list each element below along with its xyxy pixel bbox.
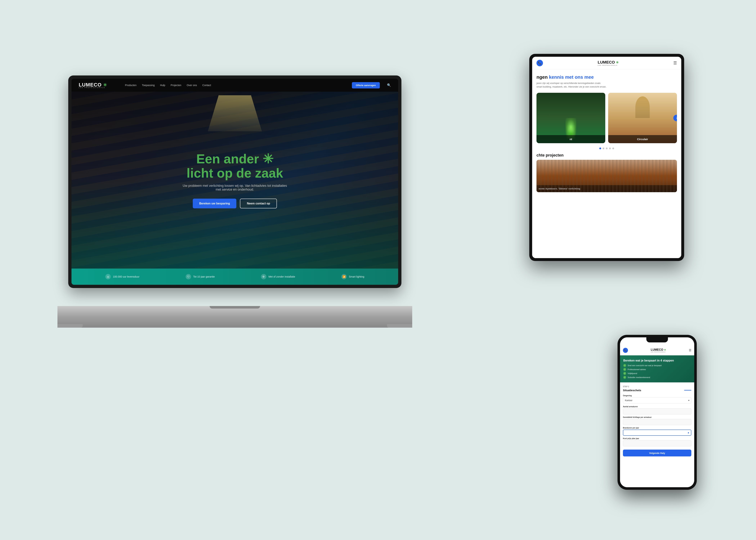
phone-logo-star: ✳ [664,348,666,351]
phone-form-title: Situatieschets [623,389,692,392]
phone-frame: 📞 LUMECO ✳ LED PROFESSIONALS ☰ Bereken w… [617,335,697,490]
phone-green-section: Bereken wat je bespaart in 4 stappen ✓ S… [620,355,694,382]
hero-title: Een ander ✳ licht op de zaak [104,152,365,180]
phone-device: 📞 LUMECO ✳ LED PROFESSIONALS ☰ Bereken w… [617,335,697,490]
dot-1[interactable] [599,148,601,149]
tablet-title-highlight: kennis met ons mee [549,74,594,80]
feature-installatie: ⚙ Met of zonder installatie [261,274,295,279]
check-label-4: Subsidie meeberekenend [628,376,650,378]
nav-link-contact[interactable]: Contact [202,84,211,87]
phone-select-value: Kantoor [625,399,632,402]
phone-phone-icon[interactable]: 📞 [623,348,628,353]
smart-icon: 📶 [341,274,347,279]
laptop-nav: LUMECO ✳ LED PROFESSIONALS Producten Toe… [71,79,398,92]
hero-content: Een ander ✳ licht op de zaak Uw probleem… [104,152,365,208]
feature-smart: 📶 Smart lighting [341,274,364,279]
check-icon-4: ✓ [623,376,626,379]
branduren-icon: ● [688,431,689,434]
dot-4[interactable] [609,148,611,149]
tablet-projects-title: chte projecten [537,153,677,158]
check-item-4: ✓ Subsidie meeberekenend [623,376,691,379]
check-label-3: Vrijblijvend [628,372,637,374]
phone-checklist: ✓ Snel een overzicht van wat je bespaart… [623,364,691,379]
tablet-content: ngen kennis met ons mee jaren zijn wij v… [532,69,681,258]
installatie-label: Met of zonder installatie [269,275,295,278]
phone-select-omgeving[interactable]: Kantoor ▾ [623,397,692,403]
smart-label: Smart lighting [349,275,364,278]
phone-input-kosten[interactable] [623,440,692,446]
laptop-footer-bar: ◎ 100.000 uur levensduur 🛡 Tot 10 jaar g… [71,269,398,285]
check-label-2: Professioneel advies [628,368,646,370]
dot-5[interactable] [612,148,614,149]
tablet-card-1: nt [537,93,605,143]
dot-3[interactable] [606,148,608,149]
hero-title-line2: licht op de zaak [187,166,283,180]
tablet-section-desc: jaren zijn wij voorloper op verschillend… [537,81,677,88]
projects-title-text: chte projecten [537,153,564,157]
phone-input-armaturen[interactable] [623,408,692,414]
tablet-cards-container: nt Circulair › [537,93,677,143]
phone-content: Bereken wat je bespaart in 4 stappen ✓ S… [620,355,694,487]
phone-form-title-text: Situatieschets [623,389,641,392]
laptop-screen-inner: LUMECO ✳ LED PROFESSIONALS Producten Toe… [71,79,398,285]
phone-step-label: STAP 2 [623,386,692,388]
check-icon-2: ✓ [623,368,626,371]
tablet-card-2-label: Circulair [608,135,677,143]
hero-title-line1: Een ander [196,152,259,166]
nav-link-hulp[interactable]: Hulp [160,84,165,87]
tablet-logo-star: ✳ [616,61,619,64]
hero-buttons: Bereken uw besparing Neem contact op [104,199,365,208]
levensduur-label: 100.000 uur levensduur [113,275,139,278]
phone-field-label-omgeving: Omgeving [623,395,692,397]
tablet-logo-text: LUMECO [598,60,615,65]
phone-notch [646,338,668,342]
main-scene: LUMECO ✳ LED PROFESSIONALS Producten Toe… [54,36,702,504]
laptop-device: LUMECO ✳ LED PROFESSIONALS Producten Toe… [68,75,411,328]
tablet-card-1-label: nt [537,135,605,143]
check-item-2: ✓ Professioneel advies [623,368,691,371]
laptop-notch [210,306,260,309]
phone-field-label-kosten: Kost prijs plan jaar [623,438,692,440]
phone-field-label-branduren: Branduren per jaar [623,427,692,429]
phone-form-section: STAP 2 Situatieschets Omgeving Kantoor ▾… [620,382,694,487]
tablet-project-label: eente Apeldoorn. 'Slimme' verlichting [537,185,677,192]
phone-screen: 📞 LUMECO ✳ LED PROFESSIONALS ☰ Bereken w… [620,338,694,487]
laptop-website: LUMECO ✳ LED PROFESSIONALS Producten Toe… [71,79,398,285]
phone-logo: LUMECO ✳ LED PROFESSIONALS [651,348,666,352]
levensduur-icon: ◎ [105,274,111,279]
tablet-nav: 📞 LUMECO ✳ LED PROFESSIONALS ☰ [532,57,681,69]
nav-link-producten[interactable]: Producten [125,84,137,87]
tablet-cards: nt Circulair › [537,93,677,143]
phone-nav: 📞 LUMECO ✳ LED PROFESSIONALS ☰ [620,345,694,355]
phone-menu-icon[interactable]: ☰ [689,348,692,352]
garantie-icon: 🛡 [186,274,191,279]
tablet-phone-icon[interactable]: 📞 [537,60,543,66]
laptop-hero: Een ander ✳ licht op de zaak Uw probleem… [71,92,398,269]
tablet-card-2: Circulair › [608,93,677,143]
nav-link-projecten[interactable]: Projecten [171,84,181,87]
phone-logo-text: LUMECO [651,348,663,351]
search-icon[interactable]: 🔍 [387,83,391,87]
nav-link-toepassing[interactable]: Toepassing [142,84,155,87]
check-icon-3: ✓ [623,372,626,375]
tablet-device: 📞 LUMECO ✳ LED PROFESSIONALS ☰ ngen [529,54,684,261]
tablet-section-title: ngen kennis met ons mee [537,74,677,80]
phone-input-lichtlage[interactable] [623,419,692,425]
tablet-menu-icon[interactable]: ☰ [673,61,677,66]
check-item-1: ✓ Snel een overzicht van wat je bespaart [623,364,691,367]
phone-logo-sub: LED PROFESSIONALS [651,351,666,352]
nav-link-over-ons[interactable]: Over ons [187,84,197,87]
offerte-button[interactable]: Offerte aanvragen [352,82,380,88]
tablet-logo: LUMECO ✳ LED PROFESSIONALS [598,60,619,66]
bereken-button[interactable]: Bereken uw besparing [193,199,236,208]
laptop-foot-right [387,324,412,328]
phone-submit-button[interactable]: Volgende Haly [623,450,692,457]
form-title-line [684,390,692,390]
tablet-project-image: eente Apeldoorn. 'Slimme' verlichting [537,160,677,192]
dot-2[interactable] [602,148,604,149]
phone-input-branduren[interactable]: ● [623,430,692,436]
phone-select-chevron: ▾ [688,399,690,402]
contact-button[interactable]: Neem contact op [240,199,277,208]
phone-green-title: Bereken wat je bespaart in 4 stappen [623,359,691,362]
tablet-screen: 📞 LUMECO ✳ LED PROFESSIONALS ☰ ngen [532,57,681,258]
